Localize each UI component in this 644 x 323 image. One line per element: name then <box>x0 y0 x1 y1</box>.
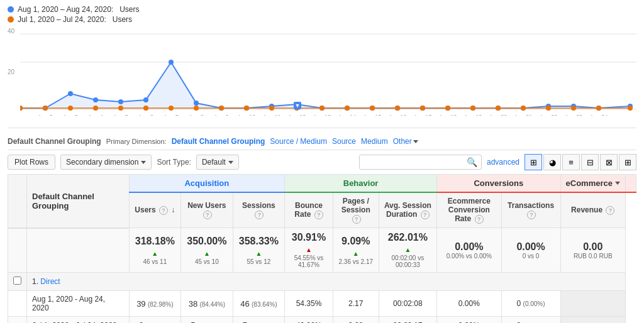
svg-point-48 <box>496 106 501 111</box>
table-row-direct-header: 1. Direct <box>8 273 636 291</box>
view-icons-group: ⊞ ◕ ≡ ⊟ ⊠ ⊞ <box>525 154 636 170</box>
legend-metric-jul: Users <box>113 15 132 24</box>
legend-item-jul: Jul 1, 2020 – Jul 24, 2020: Users <box>8 15 636 24</box>
sessions-up-icon: ▲ <box>255 250 262 257</box>
direct-jul-new-users: 5 (50.00%) <box>180 317 233 324</box>
behavior-header: Behavior <box>285 175 437 193</box>
summary-row: 318.18% ▲ 46 vs 11 350.00% ▲ 45 vs 10 35… <box>8 228 636 273</box>
ecommerce-dropdown-header[interactable]: eCommerce <box>560 175 625 193</box>
avg-session-info-icon[interactable]: ? <box>421 211 430 219</box>
plot-rows-button[interactable]: Plot Rows <box>8 155 55 170</box>
direct-aug-ecomm: 0.00% <box>437 291 502 317</box>
search-input[interactable] <box>364 158 464 167</box>
dim-link-default-channel[interactable]: Default Channel Grouping <box>172 137 265 146</box>
svg-text:Aug 14: Aug 14 <box>338 114 357 116</box>
svg-text:▼: ▼ <box>295 102 301 109</box>
legend-dot-aug <box>8 6 14 13</box>
users-info-icon[interactable]: ? <box>159 206 168 215</box>
svg-point-7 <box>93 97 98 102</box>
svg-point-8 <box>118 99 123 104</box>
direct-jul-ecomm: 0.00% <box>437 317 502 324</box>
direct-jul-date: Jul 1, 2020 - Jul 24, 2020 <box>27 317 130 324</box>
dim-link-medium[interactable]: Medium <box>361 137 388 146</box>
svg-text:Aug 20: Aug 20 <box>489 114 508 116</box>
svg-text:Aug 3: Aug 3 <box>63 114 78 116</box>
summary-checkbox-cell <box>8 228 27 273</box>
users-up-icon: ▲ <box>152 250 158 257</box>
bounce-rate-info-icon[interactable]: ? <box>314 211 323 219</box>
secondary-dimension-chevron <box>141 161 146 164</box>
col-new-users[interactable]: New Users ? <box>180 192 233 228</box>
primary-dimension-text: Primary Dimension: <box>106 138 167 145</box>
transactions-info-icon[interactable]: ? <box>527 211 536 219</box>
svg-text:Aug 2: Aug 2 <box>38 114 53 116</box>
svg-point-52 <box>596 106 601 111</box>
svg-point-37 <box>219 106 224 111</box>
ecomm-rate-info-icon[interactable]: ? <box>475 215 484 224</box>
svg-text:Aug 23: Aug 23 <box>565 114 583 116</box>
pages-session-info-icon[interactable]: ? <box>352 215 361 224</box>
direct-checkbox[interactable] <box>8 273 27 291</box>
svg-point-42 <box>345 106 350 111</box>
bounce-up-icon: ▲ <box>306 246 312 253</box>
direct-jul-row: Jul 1, 2020 - Jul 24, 2020 6 (54.55%) 5 … <box>8 317 636 324</box>
dim-link-source-medium[interactable]: Source / Medium <box>270 137 327 146</box>
col-avg-session[interactable]: Avg. Session Duration ? <box>379 192 437 228</box>
chart-legend: Aug 1, 2020 – Aug 24, 2020: Users Jul 1,… <box>8 5 636 24</box>
dim-link-other[interactable]: Other <box>393 137 418 146</box>
pages-up-icon: ▲ <box>353 250 359 257</box>
svg-text:Aug 7: Aug 7 <box>164 114 179 116</box>
svg-text:Aug 4: Aug 4 <box>88 114 103 116</box>
col-sessions[interactable]: Sessions ? <box>233 192 284 228</box>
col-revenue[interactable]: Revenue ? <box>560 192 625 228</box>
primary-dimension-bar: Default Channel Grouping Primary Dimensi… <box>8 133 636 150</box>
legend-metric-aug: Users <box>119 5 139 14</box>
direct-aug-new-users: 38 (84.44%) <box>180 291 233 317</box>
direct-aug-users: 39 (82.98%) <box>129 291 180 317</box>
direct-channel-link[interactable]: Direct <box>40 277 60 286</box>
new-users-info-icon[interactable]: ? <box>203 211 212 219</box>
sort-type-label: Sort Type: <box>157 158 191 167</box>
legend-item-aug: Aug 1, 2020 – Aug 24, 2020: Users <box>8 5 636 14</box>
view-pivot-button[interactable]: ⊟ <box>581 154 599 170</box>
dim-link-source[interactable]: Source <box>332 137 356 146</box>
col-transactions[interactable]: Transactions ? <box>501 192 560 228</box>
summary-transactions: 0.00% 0 vs 0 <box>501 228 560 273</box>
advanced-link[interactable]: advanced <box>487 158 519 167</box>
svg-text:Aug 5: Aug 5 <box>113 114 128 116</box>
svg-text:Aug 16: Aug 16 <box>389 114 407 116</box>
sort-type-dropdown[interactable]: Default <box>196 155 239 170</box>
summary-label-cell <box>27 228 130 273</box>
search-icon[interactable]: 🔍 <box>467 157 477 167</box>
view-custom-button[interactable]: ⊞ <box>619 154 636 170</box>
svg-point-33 <box>118 106 123 111</box>
col-ecomm-rate[interactable]: Ecommerce Conversion Rate ? <box>437 192 502 228</box>
direct-aug-avg-session: 00:02:08 <box>379 291 437 317</box>
svg-text:Aug 15: Aug 15 <box>364 114 382 116</box>
svg-text:Aug 22: Aug 22 <box>540 114 558 116</box>
new-users-up-icon: ▲ <box>204 250 210 257</box>
col-bounce-rate[interactable]: Bounce Rate ? <box>285 192 333 228</box>
svg-point-11 <box>194 101 199 106</box>
other-dropdown-icon <box>413 140 418 143</box>
svg-point-45 <box>420 106 425 111</box>
view-bar-button[interactable]: ≡ <box>562 154 580 170</box>
view-compare-button[interactable]: ⊠ <box>600 154 618 170</box>
direct-jul-empty <box>8 317 27 324</box>
svg-point-51 <box>571 106 576 111</box>
view-pie-button[interactable]: ◕ <box>543 154 561 170</box>
ecommerce-dropdown-chevron <box>615 182 620 185</box>
view-grid-button[interactable]: ⊞ <box>525 154 542 170</box>
direct-checkbox-input[interactable] <box>13 276 21 285</box>
svg-text:Aug 9: Aug 9 <box>214 114 229 116</box>
secondary-dimension-dropdown[interactable]: Secondary dimension <box>60 155 152 170</box>
revenue-info-icon[interactable]: ? <box>606 206 614 215</box>
svg-point-32 <box>93 106 98 111</box>
col-pages-session[interactable]: Pages / Session ? <box>333 192 379 228</box>
col-users[interactable]: Users ? ↓ <box>129 192 180 228</box>
legend-date-jul: Jul 1, 2020 – Jul 24, 2020: <box>18 15 106 24</box>
sessions-info-icon[interactable]: ? <box>255 211 264 219</box>
direct-aug-sessions: 46 (83.64%) <box>233 291 284 317</box>
svg-point-38 <box>244 106 249 111</box>
search-box: 🔍 <box>359 155 482 170</box>
